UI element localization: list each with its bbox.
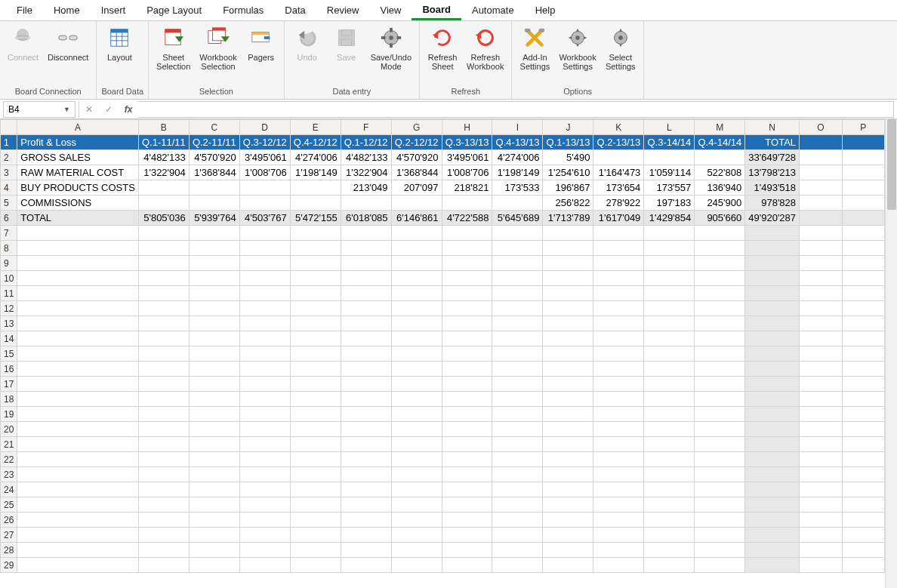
row-header-21[interactable]: 21: [1, 437, 17, 452]
cell[interactable]: [842, 482, 884, 497]
cell[interactable]: [442, 316, 492, 331]
row-header-10[interactable]: 10: [1, 271, 17, 286]
col-header-E[interactable]: E: [290, 120, 341, 135]
row-header-12[interactable]: 12: [1, 301, 17, 316]
cell[interactable]: [745, 331, 800, 346]
cell[interactable]: [138, 362, 189, 377]
cell[interactable]: [17, 377, 138, 392]
row-header-15[interactable]: 15: [1, 346, 17, 362]
fx-icon[interactable]: fx: [119, 101, 138, 118]
cell[interactable]: [842, 150, 884, 165]
cell[interactable]: [543, 482, 593, 497]
cell[interactable]: [492, 407, 543, 422]
cell[interactable]: [842, 195, 884, 211]
cell[interactable]: [695, 301, 745, 316]
cell[interactable]: [745, 437, 800, 452]
cell[interactable]: [745, 362, 800, 377]
cell[interactable]: [492, 346, 543, 362]
cell[interactable]: [800, 195, 843, 211]
cell[interactable]: [543, 543, 593, 558]
cell[interactable]: [442, 543, 492, 558]
cell[interactable]: [543, 331, 593, 346]
cell[interactable]: [189, 331, 239, 346]
cell[interactable]: [745, 497, 800, 513]
cell[interactable]: [138, 452, 189, 467]
cell[interactable]: [17, 407, 138, 422]
cell[interactable]: [442, 422, 492, 437]
cell[interactable]: 13'798'213: [745, 165, 800, 180]
cell[interactable]: [492, 392, 543, 407]
cell[interactable]: [391, 286, 442, 301]
cell[interactable]: [800, 150, 843, 165]
cell[interactable]: [189, 195, 239, 211]
row-header-18[interactable]: 18: [1, 392, 17, 407]
cell[interactable]: Q.3-14/14: [644, 135, 695, 150]
cell[interactable]: [492, 377, 543, 392]
tab-formulas[interactable]: Formulas: [212, 0, 274, 20]
row-header-9[interactable]: 9: [1, 256, 17, 271]
disconnect-button[interactable]: Disconnect: [45, 24, 91, 63]
cell[interactable]: [695, 331, 745, 346]
cell[interactable]: [391, 195, 442, 211]
cell[interactable]: [442, 377, 492, 392]
cell[interactable]: [593, 286, 644, 301]
cell[interactable]: 173'557: [644, 180, 695, 195]
cell[interactable]: [239, 331, 290, 346]
cell[interactable]: Q.2-11/11: [189, 135, 239, 150]
cell[interactable]: [800, 482, 843, 497]
cell[interactable]: [239, 558, 290, 573]
cell[interactable]: [745, 346, 800, 362]
cell[interactable]: [442, 195, 492, 211]
cell[interactable]: 522'808: [695, 165, 745, 180]
col-header-B[interactable]: B: [138, 120, 189, 135]
cell[interactable]: [290, 558, 341, 573]
cell[interactable]: [341, 558, 391, 573]
cell[interactable]: [17, 271, 138, 286]
row-header-20[interactable]: 20: [1, 422, 17, 437]
cell[interactable]: 1'368'844: [189, 165, 239, 180]
cell[interactable]: [17, 528, 138, 543]
cell[interactable]: [593, 241, 644, 256]
cell[interactable]: [492, 362, 543, 377]
tab-board[interactable]: Board: [412, 0, 461, 20]
cell[interactable]: [290, 482, 341, 497]
row-header-7[interactable]: 7: [1, 226, 17, 241]
cell[interactable]: [800, 301, 843, 316]
cell[interactable]: [391, 362, 442, 377]
cell[interactable]: [644, 422, 695, 437]
cell[interactable]: [543, 346, 593, 362]
tab-help[interactable]: Help: [525, 0, 566, 20]
cell[interactable]: [695, 150, 745, 165]
col-header-M[interactable]: M: [695, 120, 745, 135]
cell[interactable]: [391, 467, 442, 482]
cell[interactable]: [492, 241, 543, 256]
cell[interactable]: [842, 528, 884, 543]
col-header-C[interactable]: C: [189, 120, 239, 135]
cell[interactable]: [290, 407, 341, 422]
cell[interactable]: [138, 271, 189, 286]
cell[interactable]: [800, 271, 843, 286]
row-header-22[interactable]: 22: [1, 452, 17, 467]
cell[interactable]: [543, 256, 593, 271]
cell[interactable]: [695, 543, 745, 558]
cell[interactable]: [442, 392, 492, 407]
cell[interactable]: [391, 316, 442, 331]
cell[interactable]: [341, 241, 391, 256]
cell[interactable]: [138, 301, 189, 316]
cell[interactable]: [17, 497, 138, 513]
row-header-3[interactable]: 3: [1, 165, 17, 180]
cell[interactable]: [745, 241, 800, 256]
cell[interactable]: [138, 407, 189, 422]
cell[interactable]: [17, 392, 138, 407]
cell[interactable]: [745, 377, 800, 392]
cell[interactable]: 4'503'767: [239, 211, 290, 226]
cell[interactable]: [842, 377, 884, 392]
cell[interactable]: [290, 528, 341, 543]
cell[interactable]: [442, 241, 492, 256]
cell[interactable]: [442, 497, 492, 513]
cell[interactable]: [17, 331, 138, 346]
cell[interactable]: [695, 422, 745, 437]
cell[interactable]: [695, 558, 745, 573]
cell[interactable]: [442, 467, 492, 482]
cell[interactable]: [842, 211, 884, 226]
